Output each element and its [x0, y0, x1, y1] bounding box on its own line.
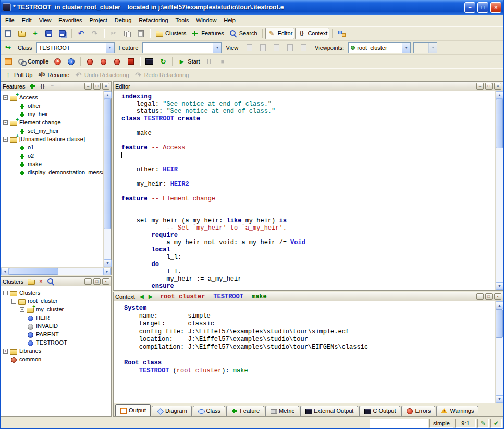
breadcrumb-TESTROOT[interactable]: TESTROOT [213, 293, 243, 300]
context-maximize-button[interactable]: □ [485, 293, 493, 300]
tree-item-label[interactable]: Access [19, 94, 38, 100]
context-vertical-scrollbar[interactable]: ▲ ▼ [495, 301, 503, 403]
search-button[interactable]: Search [227, 28, 260, 39]
titlebar[interactable]: * TESTROOT in cluster root_cluster locat… [0, 0, 504, 15]
feature-tree-item[interactable]: display_demonstration_messa [1, 168, 103, 176]
minimize-button[interactable]: – [464, 2, 475, 13]
menu-view[interactable]: View [35, 16, 55, 25]
scroll-down-icon[interactable]: ▼ [496, 395, 503, 403]
tree-item-label[interactable]: PARENT [36, 331, 59, 337]
tree-item-label[interactable]: o2 [28, 153, 34, 159]
feature-tree-item[interactable]: o2 [1, 152, 103, 160]
cancel-compilation-button[interactable] [51, 56, 64, 67]
edit-mode-icon[interactable]: ✎ [477, 419, 489, 428]
clusters-button[interactable]: Clusters [153, 28, 188, 39]
scroll-track[interactable] [58, 268, 103, 275]
rename-button[interactable]: a|bRename [35, 69, 71, 81]
tab-metric[interactable]: Metric [265, 406, 299, 416]
tab-diagram[interactable]: Diagram [152, 406, 192, 416]
scroll-up-icon[interactable]: ▲ [496, 301, 503, 309]
new-feature-icon[interactable] [28, 82, 36, 91]
tree-item-label[interactable]: Element change [19, 119, 61, 125]
tab-external-output[interactable]: External Output [300, 406, 358, 416]
features-close-button[interactable]: × [102, 83, 109, 90]
signature-toggle-icon[interactable]: {} [38, 83, 46, 89]
class-combobox[interactable]: TESTROOT ▼ [36, 42, 115, 53]
dropdown-arrow-icon[interactable]: ▼ [402, 43, 410, 53]
editor-code-area[interactable]: indexing legal: "See notice at end of cl… [114, 91, 495, 290]
menu-tools[interactable]: Tools [172, 16, 193, 25]
feature-tree-item[interactable]: −Access [1, 93, 103, 102]
dropdown-arrow-icon[interactable]: ▼ [213, 43, 221, 53]
dropdown-arrow-icon[interactable]: ▼ [106, 43, 114, 53]
tree-item-label[interactable]: INVALID [36, 323, 58, 329]
compilation-info-button[interactable] [65, 56, 78, 67]
clusters-minimize-button[interactable]: – [84, 278, 92, 285]
start-button[interactable]: ▶Start [175, 56, 202, 67]
scroll-right-icon[interactable]: ► [103, 268, 111, 275]
menu-file[interactable]: File [2, 16, 18, 25]
clusters-maximize-button[interactable]: □ [93, 278, 101, 285]
feature-tree-item[interactable]: o1 [1, 143, 103, 152]
tab-c-output[interactable]: C Output [359, 406, 400, 416]
editor-close-button[interactable]: × [494, 83, 501, 90]
tree-item-label[interactable]: my_heir [28, 111, 48, 117]
cluster-tree-item[interactable]: INVALID [1, 322, 111, 330]
tree-item-label[interactable]: o1 [28, 144, 34, 150]
feature-tree-item[interactable]: other [1, 102, 103, 110]
compile-button[interactable]: Compile [15, 56, 51, 67]
viewpoints-combobox[interactable]: root_cluster ▼ [348, 42, 411, 53]
tree-item-label[interactable]: set_my_heir [28, 128, 59, 134]
scroll-down-icon[interactable]: ▼ [104, 259, 112, 267]
features-horizontal-scrollbar[interactable]: ◄ ► [1, 267, 111, 275]
new-cluster-icon[interactable] [27, 277, 35, 286]
feature-tree-item[interactable]: −[Unnamed feature clause] [1, 135, 103, 143]
menu-edit[interactable]: Edit [18, 16, 35, 25]
cluster-tree-item[interactable]: −Clusters [1, 288, 111, 297]
scroll-up-icon[interactable]: ▲ [104, 91, 112, 99]
scroll-left-icon[interactable]: ◄ [1, 268, 9, 275]
collapse-icon[interactable]: − [3, 95, 8, 100]
menu-help[interactable]: Help [220, 16, 239, 25]
expand-icon[interactable]: + [3, 349, 8, 354]
features-button[interactable]: Features [189, 28, 226, 39]
new-window-button[interactable] [2, 28, 15, 39]
scroll-thumb[interactable] [496, 309, 503, 338]
menu-refactoring[interactable]: Refactoring [135, 16, 171, 25]
context-minimize-button[interactable]: – [476, 293, 484, 300]
collapse-icon[interactable]: − [11, 299, 16, 304]
menu-favorites[interactable]: Favorites [55, 16, 85, 25]
context-output-area[interactable]: System name: simple target: classic conf… [114, 301, 495, 403]
tree-item-label[interactable]: TESTROOT [36, 339, 67, 346]
menu-project[interactable]: Project [86, 16, 111, 25]
feature-tree-item[interactable]: make [1, 160, 103, 168]
features-minimize-button[interactable]: – [84, 83, 92, 90]
tree-item-label[interactable]: display_demonstration_messa [28, 169, 103, 175]
collapse-icon[interactable]: − [3, 137, 8, 142]
find-icon[interactable] [46, 277, 55, 286]
tab-output[interactable]: Output [115, 404, 151, 416]
history-back-icon[interactable]: ◀ [138, 294, 145, 299]
open-file-button[interactable] [15, 28, 28, 39]
feature-combobox[interactable]: ▼ [142, 42, 222, 53]
tree-item-label[interactable]: make [28, 161, 42, 167]
scroll-track[interactable] [496, 148, 503, 282]
freeze-button[interactable] [110, 56, 124, 67]
collapse-icon[interactable]: − [3, 120, 8, 125]
new-tab-button[interactable]: + [29, 28, 42, 39]
tree-item-label[interactable]: common [19, 356, 41, 362]
save-button[interactable] [42, 28, 55, 39]
features-vertical-scrollbar[interactable]: ▲ ▼ [103, 91, 111, 267]
tree-item-label[interactable]: [Unnamed feature clause] [19, 136, 85, 142]
cluster-tree-item[interactable]: −root_cluster [1, 297, 111, 305]
cluster-tree-item[interactable]: TESTROOT [1, 338, 111, 347]
context-close-button[interactable]: × [494, 293, 501, 300]
menu-debug[interactable]: Debug [111, 16, 135, 25]
expand-icon[interactable]: + [20, 307, 24, 312]
flat-list-icon[interactable]: ≡ [48, 83, 56, 89]
run-workbench-button[interactable] [143, 56, 156, 67]
breadcrumb-root_cluster[interactable]: root_cluster [160, 293, 205, 300]
close-button[interactable]: × [490, 2, 501, 13]
editor-maximize-button[interactable]: □ [485, 83, 493, 90]
tab-feature[interactable]: Feature [226, 406, 264, 416]
